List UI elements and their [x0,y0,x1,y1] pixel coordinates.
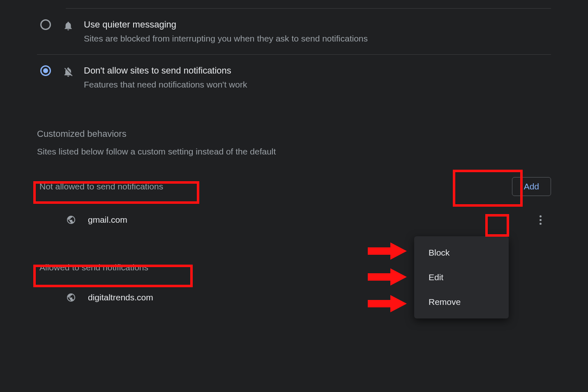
not-allowed-title: Not allowed to send notifications [37,178,166,195]
option-block-notifications[interactable]: Don't allow sites to send notifications … [37,54,551,100]
option-block-title: Don't allow sites to send notifications [84,64,247,77]
globe-icon [66,292,76,303]
bell-off-icon [62,66,74,78]
site-name: digitaltrends.com [88,293,153,302]
allowed-title: Allowed to send notifications [37,259,151,276]
menu-edit[interactable]: Edit [414,265,509,290]
site-name: gmail.com [88,215,127,225]
more-actions-button[interactable] [533,212,548,227]
add-not-allowed-button[interactable]: Add [512,177,551,196]
menu-remove[interactable]: Remove [414,290,509,314]
site-row: gmail.com [37,205,551,235]
customized-heading: Customized behaviors [37,129,551,139]
option-quieter-title: Use quieter messaging [84,18,368,31]
option-quieter-messaging[interactable]: Use quieter messaging Sites are blocked … [37,9,551,54]
customized-sub: Sites listed below follow a custom setti… [37,147,551,157]
radio-quieter[interactable] [40,19,51,30]
menu-block[interactable]: Block [414,240,509,265]
bell-icon [62,20,74,32]
option-quieter-desc: Sites are blocked from interrupting you … [84,32,368,45]
radio-block[interactable] [40,65,51,76]
option-block-desc: Features that need notifications won't w… [84,78,247,91]
site-actions-menu: Block Edit Remove [414,236,509,318]
globe-icon [66,214,76,225]
not-allowed-header: Not allowed to send notifications Add [37,177,551,196]
